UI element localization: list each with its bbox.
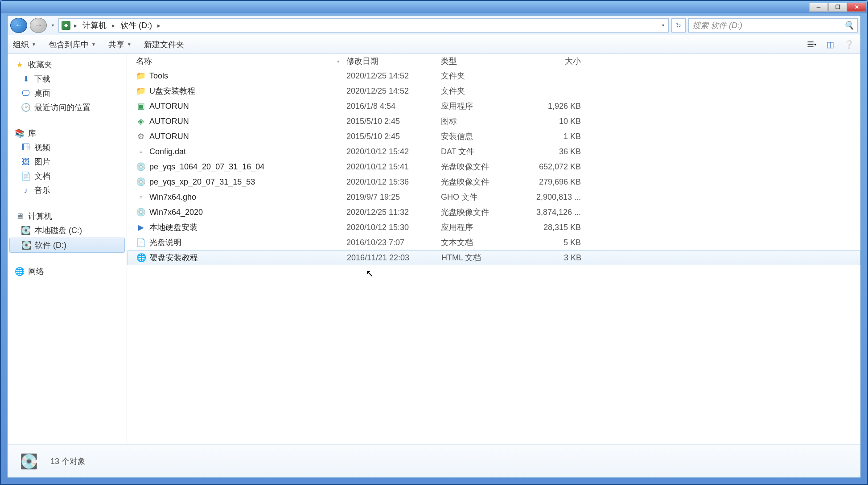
file-date-cell: 2020/12/25 14:52 — [343, 86, 437, 96]
libraries-icon: 📚 — [15, 128, 25, 138]
file-date-cell: 2020/12/25 14:52 — [343, 71, 437, 81]
file-row[interactable]: ▶本地硬盘安装2020/10/12 15:30应用程序28,315 KB — [127, 220, 860, 235]
file-row[interactable]: 💿pe_yqs_1064_20_07_31_16_042020/10/12 15… — [127, 159, 860, 174]
share-button[interactable]: 共享 ▼ — [108, 39, 132, 50]
iso-icon: 💿 — [136, 207, 146, 217]
file-row[interactable]: 📄光盘说明2016/10/23 7:07文本文档5 KB — [127, 235, 860, 250]
breadcrumb-dropdown-icon[interactable]: ▾ — [658, 23, 668, 28]
file-name-label: pe_yqs_xp_20_07_31_15_53 — [149, 177, 255, 187]
file-name-cell: 📄光盘说明 — [132, 237, 343, 248]
forward-button[interactable]: → — [30, 18, 47, 33]
file-row[interactable]: ▣AUTORUN2016/1/8 4:54应用程序1,926 KB — [127, 99, 860, 114]
breadcrumb[interactable]: ◆ ▸ 计算机 ▸ 软件 (D:) ▸ ▾ — [58, 18, 669, 33]
nav-favorites[interactable]: ★ 收藏夹 — [9, 58, 125, 72]
file-name-label: Config.dat — [149, 147, 186, 156]
refresh-button[interactable]: ↻ — [671, 18, 686, 33]
column-name[interactable]: 名称 ▴ — [132, 56, 343, 66]
breadcrumb-arrow-icon[interactable]: ▸ — [110, 22, 117, 29]
nav-downloads[interactable]: ⬇ 下载 — [9, 72, 125, 86]
file-row[interactable]: ◈AUTORUN2015/5/10 2:45图标10 KB — [127, 114, 860, 129]
file-row[interactable]: 💿pe_yqs_xp_20_07_31_15_532020/10/12 15:3… — [127, 174, 860, 189]
nav-desktop[interactable]: 🖵 桌面 — [9, 86, 125, 100]
breadcrumb-arrow-icon[interactable]: ▸ — [72, 22, 79, 29]
back-button[interactable]: ← — [10, 18, 27, 33]
nav-group-favorites: ★ 收藏夹 ⬇ 下载 🖵 桌面 🕑 最近访问的位置 — [9, 58, 125, 115]
content-area: ★ 收藏夹 ⬇ 下载 🖵 桌面 🕑 最近访问的位置 — [8, 54, 860, 444]
column-date[interactable]: 修改日期 — [343, 56, 437, 66]
nav-drive-c[interactable]: 💽 本地磁盘 (C:) — [9, 223, 125, 238]
recent-icon: 🕑 — [21, 103, 31, 112]
nav-downloads-label: 下载 — [34, 74, 50, 84]
file-row[interactable]: ▫Win7x64.gho2019/9/7 19:25GHO 文件2,900,81… — [127, 189, 860, 205]
nav-pictures-label: 图片 — [34, 156, 50, 167]
file-size-cell: 10 KB — [532, 117, 590, 126]
new-folder-button[interactable]: 新建文件夹 — [144, 39, 184, 50]
file-row[interactable]: ⚙AUTORUN2015/5/10 2:45安装信息1 KB — [127, 129, 860, 144]
file-date-cell: 2020/10/12 15:41 — [343, 162, 437, 172]
breadcrumb-arrow-icon[interactable]: ▸ — [156, 22, 162, 29]
nav-videos[interactable]: 🎞 视频 — [9, 140, 125, 155]
desktop-icon: 🖵 — [21, 88, 31, 98]
file-name-cell: 💿pe_yqs_xp_20_07_31_15_53 — [132, 177, 343, 187]
file-date-cell: 2015/5/10 2:45 — [343, 132, 437, 141]
file-size-cell: 652,072 KB — [532, 162, 590, 172]
nav-drive-d[interactable]: 💽 软件 (D:) — [9, 238, 125, 253]
preview-pane-button[interactable]: ◫ — [824, 38, 836, 51]
file-row[interactable]: 🌐硬盘安装教程2016/11/21 22:03HTML 文档3 KB — [127, 250, 860, 265]
minimize-button[interactable]: ─ — [809, 3, 828, 12]
nav-libraries[interactable]: 📚 库 — [9, 126, 125, 140]
window-controls: ─ ❐ ✕ — [809, 3, 866, 12]
file-name-label: AUTORUN — [149, 102, 189, 111]
file-row[interactable]: 📁U盘安装教程2020/12/25 14:52文件夹 — [127, 83, 860, 99]
organize-button[interactable]: 组织 ▼ — [13, 39, 36, 50]
help-button[interactable]: ❔ — [843, 38, 855, 51]
file-date-cell: 2019/9/7 19:25 — [343, 193, 437, 202]
toolbar-right: ☰ ▾ ◫ ❔ — [805, 38, 855, 51]
star-icon: ★ — [15, 60, 25, 70]
nav-computer[interactable]: 🖥 计算机 — [9, 209, 125, 223]
file-date-cell: 2020/12/25 11:32 — [343, 208, 437, 217]
titlebar[interactable]: ─ ❐ ✕ — [1, 1, 867, 13]
drive-icon: 💽 — [21, 226, 31, 235]
status-text: 13 个对象 — [50, 456, 86, 467]
drive-icon: 💽 — [21, 240, 31, 250]
status-drive-icon: 💽 — [16, 449, 41, 474]
column-size[interactable]: 大小 — [532, 56, 590, 66]
search-input[interactable]: 搜索 软件 (D:) 🔍 — [688, 18, 858, 33]
nav-music[interactable]: ♪ 音乐 — [9, 183, 125, 197]
include-in-library-button[interactable]: 包含到库中 ▼ — [49, 39, 96, 50]
file-row[interactable]: ▫Config.dat2020/10/12 15:42DAT 文件36 KB — [127, 144, 860, 159]
file-pane[interactable]: 名称 ▴ 修改日期 类型 大小 📁Tools2020/12/25 14:52文件… — [127, 54, 860, 444]
download-icon: ⬇ — [21, 74, 31, 84]
nav-pictures[interactable]: 🖼 图片 — [9, 155, 125, 169]
breadcrumb-drive-d[interactable]: 软件 (D:) — [119, 20, 154, 31]
file-name-cell: ▫Config.dat — [132, 147, 343, 156]
file-date-cell: 2016/10/23 7:07 — [343, 238, 437, 247]
file-name-cell: ▫Win7x64.gho — [132, 192, 343, 202]
file-icon: ▫ — [136, 192, 146, 202]
breadcrumb-computer[interactable]: 计算机 — [81, 20, 108, 31]
nav-documents[interactable]: 📄 文档 — [9, 169, 125, 183]
file-size-cell: 36 KB — [532, 147, 590, 156]
file-date-cell: 2016/1/8 4:54 — [343, 102, 437, 111]
iso-icon: 💿 — [136, 177, 146, 187]
view-mode-button[interactable]: ☰ ▾ — [805, 38, 818, 51]
drive-icon: ◆ — [62, 21, 70, 30]
file-date-cell: 2020/10/12 15:42 — [343, 147, 437, 156]
nav-network[interactable]: 🌐 网络 — [9, 264, 125, 279]
column-type[interactable]: 类型 — [437, 56, 532, 66]
file-name-cell: ▶本地硬盘安装 — [132, 222, 343, 233]
file-type-cell: 光盘映像文件 — [437, 207, 532, 218]
file-name-cell: 📁U盘安装教程 — [132, 86, 343, 96]
file-name-label: AUTORUN — [149, 117, 189, 126]
nav-computer-label: 计算机 — [28, 211, 52, 222]
nav-drive-c-label: 本地磁盘 (C:) — [34, 225, 82, 236]
nav-history-dropdown[interactable]: ▾ — [49, 19, 56, 32]
file-row[interactable]: 💿Win7x64_20202020/12/25 11:32光盘映像文件3,874… — [127, 205, 860, 220]
file-name-cell: ◈AUTORUN — [132, 116, 343, 126]
maximize-button[interactable]: ❐ — [828, 3, 847, 12]
file-row[interactable]: 📁Tools2020/12/25 14:52文件夹 — [127, 68, 860, 83]
close-button[interactable]: ✕ — [847, 3, 866, 12]
nav-recent[interactable]: 🕑 最近访问的位置 — [9, 100, 125, 115]
nav-documents-label: 文档 — [34, 171, 50, 181]
